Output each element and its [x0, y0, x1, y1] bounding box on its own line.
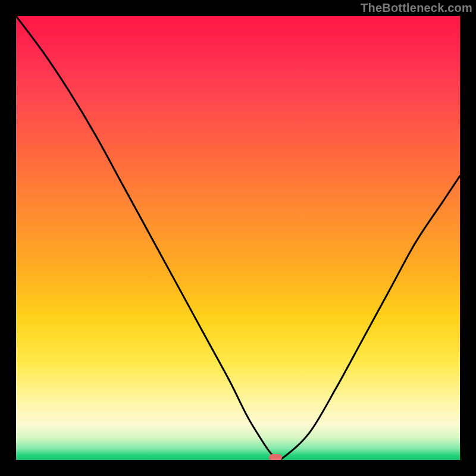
- plot-area: [16, 16, 460, 460]
- bottleneck-curve: [16, 16, 460, 460]
- minimum-marker: [269, 454, 282, 460]
- chart-frame: TheBottleneck.com: [0, 0, 476, 476]
- watermark-text: TheBottleneck.com: [361, 1, 472, 15]
